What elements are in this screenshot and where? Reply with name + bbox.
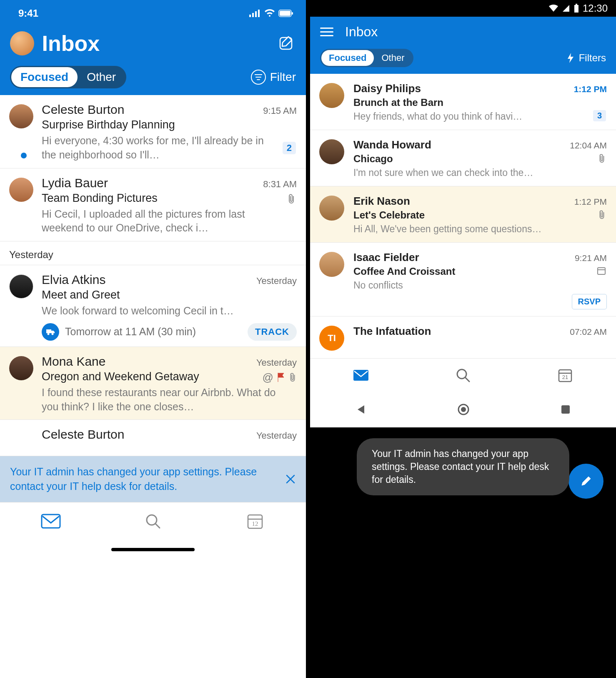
svg-rect-5 (280, 11, 290, 16)
ios-status-bar: 9:41 (0, 0, 306, 27)
tab-mail[interactable] (310, 359, 412, 392)
ios-tab-bar: 12 (0, 502, 306, 540)
page-title: Inbox (345, 24, 378, 40)
message-row[interactable]: Elvia AtkinsYesterday Meet and Greet We … (0, 265, 306, 347)
close-icon[interactable] (285, 474, 296, 485)
calendar-icon: 21 (558, 368, 573, 383)
track-row: Tomorrow at 11 AM (30 min) TRACK (42, 323, 297, 341)
tab-search[interactable] (102, 502, 204, 540)
message-row[interactable]: TI The Infatuation07:02 AM (310, 316, 616, 358)
svg-rect-15 (574, 5, 578, 13)
filters-button[interactable]: Filters (566, 52, 606, 64)
message-row[interactable]: Celeste Burton9:15 AM Surprise Birthday … (0, 95, 306, 168)
message-from: Isaac Fielder (353, 251, 419, 264)
page-title: Inbox (42, 31, 100, 55)
message-time: Yesterday (256, 357, 297, 368)
search-icon (456, 368, 471, 383)
menu-icon[interactable] (320, 28, 333, 36)
message-row[interactable]: Celeste BurtonYesterday (0, 419, 306, 456)
android-message-list[interactable]: Daisy Philips1:12 PM Brunch at the Barn … (310, 74, 616, 358)
svg-rect-3 (258, 10, 260, 17)
svg-rect-2 (255, 11, 257, 17)
message-subject: Let's Celebrate (353, 209, 607, 221)
nav-home-icon[interactable] (457, 403, 470, 416)
tab-search[interactable] (412, 359, 514, 392)
svg-rect-1 (252, 13, 254, 17)
svg-rect-17 (598, 268, 605, 274)
tab-focused[interactable]: Focused (11, 67, 78, 87)
tab-other[interactable]: Other (78, 67, 125, 87)
sender-avatar (9, 178, 33, 202)
wifi-icon (548, 4, 558, 13)
unread-dot-icon (21, 153, 27, 158)
sender-avatar (9, 274, 33, 299)
message-preview: No conflicts (353, 280, 607, 291)
account-avatar[interactable] (10, 31, 34, 55)
message-row[interactable]: Wanda Howard12:04 AM Chicago I'm not sur… (310, 130, 616, 186)
tab-calendar[interactable]: 12 (204, 502, 306, 540)
android-status-bar: 12:30 (310, 0, 616, 17)
message-meta-icons: @ (263, 371, 297, 384)
svg-text:21: 21 (562, 374, 568, 380)
cellular-icon (562, 4, 570, 13)
compose-fab[interactable] (568, 464, 603, 499)
calendar-event-icon (597, 266, 606, 275)
it-admin-banner: Your IT admin has changed your app setti… (0, 456, 306, 502)
tab-mail[interactable] (0, 502, 102, 540)
message-row[interactable]: Erik Nason1:12 PM Let's Celebrate Hi All… (310, 186, 616, 243)
ios-home-indicator (0, 540, 306, 560)
svg-text:12: 12 (252, 520, 258, 527)
nav-recents-icon[interactable] (560, 404, 571, 415)
cellular-icon (249, 10, 261, 17)
message-preview: Hey friends, what do you think of havi… (353, 111, 607, 122)
message-preview: Hi All, We've been getting some question… (353, 223, 607, 235)
toast-text: Your IT admin has changed your app setti… (372, 448, 549, 485)
message-from: Daisy Philips (353, 82, 421, 95)
svg-rect-26 (561, 405, 570, 414)
ios-outlook-screen: 9:41 Inbox Focused Other Filter (0, 0, 306, 678)
message-subject: Team Bonding Pictures (42, 192, 297, 205)
sender-avatar (319, 139, 344, 164)
svg-point-8 (48, 333, 50, 335)
message-row[interactable]: Daisy Philips1:12 PM Brunch at the Barn … (310, 74, 616, 130)
filter-label: Filter (270, 70, 296, 84)
message-row[interactable]: Isaac Fielder9:21 AM Coffee And Croissan… (310, 243, 616, 316)
android-header: Inbox Focused Other Filters (310, 17, 616, 74)
message-time: 9:21 AM (575, 253, 607, 263)
filter-button[interactable]: Filter (251, 70, 296, 85)
svg-point-25 (461, 407, 466, 412)
tab-other[interactable]: Other (374, 50, 412, 66)
inbox-segment: Focused Other (320, 49, 413, 67)
flash-icon (566, 53, 575, 63)
attachment-icon (598, 210, 606, 220)
message-row[interactable]: Lydia Bauer8:31 AM Team Bonding Pictures… (0, 168, 306, 241)
message-time: 07:02 AM (570, 327, 607, 337)
filter-icon (251, 70, 266, 85)
unread-count-badge: 3 (593, 110, 606, 121)
message-preview: I'm not sure when we can check into the… (353, 167, 607, 178)
message-preview: Hi everyone, 4:30 works for me, I'll alr… (42, 134, 297, 162)
message-from: Wanda Howard (353, 138, 431, 151)
status-time: 12:30 (583, 3, 608, 14)
android-bottom-bar: 21 (310, 358, 616, 392)
battery-icon (278, 10, 293, 17)
tab-focused[interactable]: Focused (321, 50, 374, 66)
message-row[interactable]: Mona KaneYesterday Oregon and Weekend Ge… (0, 347, 306, 420)
compose-icon[interactable] (278, 34, 296, 53)
message-subject: Brunch at the Barn (353, 97, 607, 108)
rsvp-button[interactable]: RSVP (572, 294, 607, 309)
ios-header: Inbox Focused Other Filter (0, 27, 306, 95)
message-from: Elvia Atkins (42, 273, 105, 287)
message-from: Lydia Bauer (42, 176, 108, 190)
header-left: Inbox (10, 31, 100, 56)
message-time: Yesterday (256, 276, 297, 286)
tab-calendar[interactable]: 21 (514, 359, 616, 392)
ios-message-list[interactable]: Celeste Burton9:15 AM Surprise Birthday … (0, 95, 306, 456)
nav-back-icon[interactable] (355, 404, 367, 415)
track-button[interactable]: TRACK (248, 323, 297, 341)
svg-rect-0 (249, 15, 251, 17)
message-from: Celeste Burton (42, 427, 124, 442)
banner-text: Your IT admin has changed your app setti… (10, 466, 257, 492)
status-indicators (249, 9, 293, 18)
android-nav-bar (310, 392, 616, 427)
